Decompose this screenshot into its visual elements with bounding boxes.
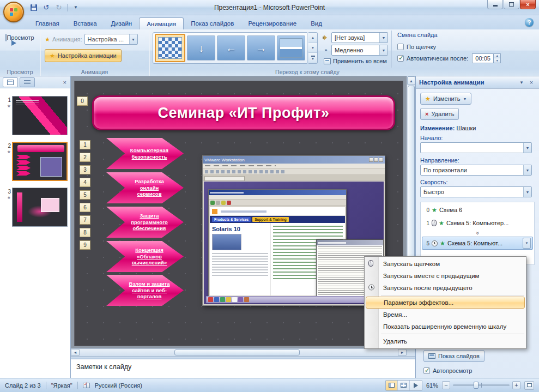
transition-sound-combo[interactable]: [Нет звука] ▼ (331, 32, 388, 43)
zoom-slider-track[interactable] (453, 384, 510, 386)
slideshow-view-button[interactable] (410, 381, 422, 390)
arrow-shape-2[interactable]: Разработка онлайн сервисов (106, 172, 184, 203)
tab-design[interactable]: Дизайн (104, 17, 140, 29)
advance-on-click-row[interactable]: По щелчку (397, 41, 535, 52)
slide-thumbnail-1[interactable]: 1 ★ (1, 96, 69, 135)
autopreview-row[interactable]: Автопросмотр (423, 367, 472, 374)
transition-option-split[interactable] (277, 35, 305, 61)
remove-animation-button[interactable]: × Удалить (420, 108, 459, 120)
custom-animation-button[interactable]: ★ Настройка анимации (45, 49, 122, 62)
spellcheck-icon[interactable] (83, 383, 90, 388)
slide[interactable]: Семинар «ИТ Профит» 0 1 2 3 4 5 6 7 8 9 … (74, 81, 403, 346)
preview-button[interactable]: Просмотр (4, 32, 37, 43)
tab-animation[interactable]: Анимация (139, 17, 184, 29)
change-animation-button[interactable]: ★ Изменить ▼ (420, 93, 471, 105)
tab-view[interactable]: Вид (304, 17, 329, 29)
qat-customize-button[interactable]: ▼ (70, 2, 81, 13)
transition-option-push-down[interactable]: ↓ (187, 35, 215, 61)
task-pane-menu-button[interactable]: ▼ (517, 78, 526, 87)
animation-tag-6[interactable]: 6 (80, 203, 90, 212)
redo-button[interactable]: ↻ (53, 2, 64, 13)
undo-button[interactable]: ↺ (41, 2, 52, 13)
animation-tag-4[interactable]: 4 (80, 178, 90, 187)
tab-slideshow[interactable]: Показ слайдов (184, 17, 241, 29)
animation-tag-0[interactable]: 0 (77, 97, 88, 106)
zoom-slider-thumb[interactable] (474, 382, 479, 389)
item-dropdown-button[interactable]: ▼ (523, 238, 531, 249)
collapse-expand-bar[interactable]: » (422, 230, 533, 237)
tab-outline[interactable] (20, 77, 35, 87)
help-button[interactable]: ? (525, 18, 534, 27)
office-button[interactable] (3, 2, 24, 22)
animate-combo[interactable]: Настройка ... ▼ (84, 34, 138, 45)
animation-tag-5[interactable]: 5 (80, 190, 90, 200)
task-pane-close-button[interactable]: × (527, 78, 536, 87)
animation-tag-3[interactable]: 3 (80, 165, 90, 174)
transition-option-push-right[interactable]: → (247, 35, 275, 61)
gallery-scroll-down-button[interactable]: ▼ (308, 43, 317, 53)
thumbnail-image[interactable] (12, 142, 68, 181)
slide-thumbnail-3[interactable]: 3 ★ (1, 188, 69, 227)
slide-sorter-button[interactable] (398, 381, 410, 390)
normal-view-button[interactable] (386, 381, 398, 390)
zoom-out-button[interactable]: − (442, 381, 450, 389)
zoom-in-button[interactable]: + (512, 381, 520, 389)
fit-to-window-button[interactable] (524, 381, 534, 390)
spin-down-icon[interactable]: ▼ (494, 58, 500, 63)
direction-combo[interactable]: По горизонтали ▼ (420, 165, 532, 176)
menu-item-start-after-previous[interactable]: Запускать после предыдущего (365, 282, 526, 294)
speed-combo[interactable]: Быстро ▼ (420, 186, 532, 197)
animation-tag-7[interactable]: 7 (80, 215, 90, 225)
tab-review[interactable]: Рецензирование (241, 17, 304, 29)
thumbnail-image[interactable] (12, 96, 68, 135)
maximize-button[interactable] (504, 0, 519, 9)
close-panel-icon[interactable]: × (62, 79, 68, 86)
auto-after-checkbox[interactable] (397, 55, 404, 62)
menu-item-remove[interactable]: Удалить (365, 335, 526, 347)
animation-item-1[interactable]: 0 ★ Схема 6 (422, 203, 533, 216)
animation-item-5[interactable]: 5 ★ Схема 5: Компьют... ▼ (422, 237, 533, 250)
tab-home[interactable]: Главная (28, 17, 66, 29)
animation-tag-1[interactable]: 1 (80, 140, 90, 149)
save-button[interactable] (28, 2, 39, 13)
arrow-shape-3[interactable]: Защита программного обеспечения (106, 207, 184, 238)
slideshow-button[interactable]: Показ слайдов (423, 350, 485, 362)
animation-tag-8[interactable]: 8 (80, 228, 90, 237)
advance-auto-row[interactable]: Автоматически после: 00:05 ▲▼ (397, 52, 535, 64)
menu-item-timing[interactable]: Время... (365, 309, 526, 321)
close-button[interactable]: × (520, 0, 536, 9)
arrow-shape-5[interactable]: Взлом и защита сайтов и веб-порталов (106, 275, 184, 306)
scroll-up-button[interactable]: ▲ (407, 76, 415, 85)
thumbnail-image[interactable] (12, 188, 68, 227)
transition-speed-combo[interactable]: Медленно ▼ (331, 45, 388, 56)
gallery-more-button[interactable]: ▼ (308, 53, 317, 63)
scroll-right-button[interactable]: ► (398, 349, 407, 356)
slide-title-shape[interactable]: Семинар «ИТ Профит» (92, 95, 395, 130)
horizontal-scroll-thumb[interactable] (174, 349, 300, 355)
menu-item-effect-options[interactable]: Параметры эффектов... (366, 297, 525, 309)
menu-item-start-on-click[interactable]: Запускать щелчком (365, 258, 526, 270)
start-combo[interactable]: ▼ (420, 142, 532, 153)
arrow-shape-4[interactable]: Концепция «Облаков вычислений» (106, 241, 184, 272)
menu-item-start-with-previous[interactable]: Запускать вместе с предыдущим (365, 270, 526, 282)
arrow-shape-1[interactable]: Компьютерная безопасность (106, 138, 184, 169)
tab-insert[interactable]: Вставка (66, 17, 104, 29)
gallery-scroll-up-button[interactable]: ▲ (308, 33, 317, 43)
menu-item-show-advanced-timeline[interactable]: Показать расширенную временную шкалу (365, 321, 526, 333)
embedded-screenshot[interactable]: VMware Workstation (202, 155, 385, 306)
language-indicator[interactable]: Русский (Россия) (95, 382, 142, 389)
transition-option-checkerboard[interactable] (155, 34, 185, 62)
animation-item-2[interactable]: 1 ★ Схема 5: Компьютер... (422, 216, 533, 230)
slide-thumbnail-2[interactable]: 2 ★ (1, 142, 69, 181)
minimize-button[interactable] (487, 0, 503, 9)
notes-pane[interactable]: Заметки к слайду (71, 359, 415, 378)
scroll-left-button[interactable]: ◄ (71, 349, 80, 356)
horizontal-scrollbar[interactable]: ◄ ► (71, 348, 407, 356)
animation-tag-9[interactable]: 9 (80, 240, 90, 250)
auto-after-time-input[interactable]: 00:05 (472, 53, 494, 63)
apply-to-all-button[interactable]: Применить ко всем (323, 57, 390, 65)
spin-up-icon[interactable]: ▲ (494, 54, 500, 59)
on-click-checkbox[interactable] (397, 44, 404, 50)
transition-option-push-left[interactable]: ← (217, 35, 245, 61)
animation-tag-2[interactable]: 2 (80, 153, 90, 162)
